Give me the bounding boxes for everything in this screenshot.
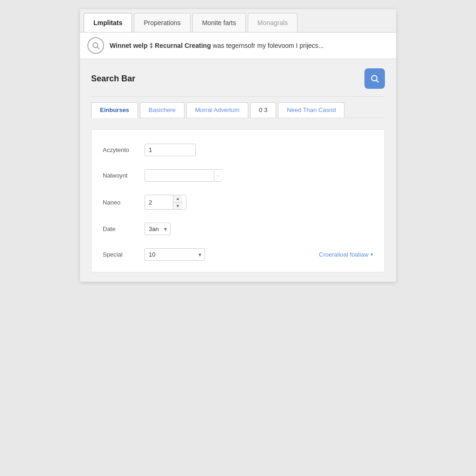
date-label: Date (103, 225, 145, 232)
naneo-label: Naneo (103, 199, 145, 206)
form-bottom-row: Special 10 20 30 50 Croeralioal foaliaw (103, 248, 373, 261)
form-card: Aczytento Nalwoynt - Naneo ▲ ▼ (91, 129, 385, 272)
svg-point-0 (93, 43, 98, 48)
inner-tab-need-than-casnd[interactable]: Need Than Casnd (278, 102, 344, 118)
naneo-spinners: ▲ ▼ (173, 195, 182, 209)
link-action[interactable]: Croeralioal foaliaw (319, 251, 373, 258)
special-select-wrapper: 10 20 30 50 (145, 248, 205, 261)
aczytento-input[interactable] (145, 144, 196, 156)
svg-line-1 (97, 47, 99, 49)
svg-point-2 (371, 75, 377, 81)
inner-tab-basichere[interactable]: Basichere (140, 102, 185, 118)
divider (91, 96, 385, 97)
app-container: Lmplitats Properations Monite farts Mona… (80, 9, 396, 282)
aczytento-field: Aczytento (103, 144, 373, 156)
date-select[interactable]: 3an 4an 5an (145, 223, 171, 235)
search-circle-icon (87, 37, 104, 54)
inner-tab-einburses[interactable]: Einburses (91, 102, 138, 118)
date-select-wrapper: 3an 4an 5an (145, 223, 171, 235)
special-field: Special 10 20 30 50 (103, 248, 205, 261)
top-nav-tab-monite-farts[interactable]: Monite farts (192, 13, 246, 32)
top-nav-tab-monagrals[interactable]: Monagrals (248, 13, 298, 32)
search-row: Winnet welp ‡ Recurnal Creating was tege… (80, 33, 396, 59)
special-select[interactable]: 10 20 30 50 (145, 248, 205, 261)
aczytento-label: Aczytento (103, 146, 145, 153)
search-bar-section: Search Bar (91, 68, 385, 89)
date-field: Date 3an 4an 5an (103, 223, 373, 235)
nalwoynt-field: Nalwoynt - (103, 169, 373, 182)
search-button[interactable] (364, 68, 385, 89)
special-label: Special (103, 251, 145, 258)
top-nav-tab-properations[interactable]: Properations (134, 13, 190, 32)
naneo-field: Naneo ▲ ▼ (103, 195, 373, 210)
inner-tab-badge[interactable]: 0 3 (250, 102, 276, 118)
naneo-increment[interactable]: ▲ (173, 195, 182, 203)
naneo-input[interactable] (145, 197, 173, 208)
search-bar-label: Search Bar (91, 74, 135, 84)
nalwoynt-input[interactable] (145, 169, 214, 182)
naneo-number-input: ▲ ▼ (145, 195, 186, 210)
top-nav: Lmplitats Properations Monite farts Mona… (80, 9, 396, 33)
inner-tab-morral-advertum[interactable]: Morral Advertum (186, 102, 248, 118)
naneo-decrement[interactable]: ▼ (173, 203, 182, 210)
nalwoynt-label: Nalwoynt (103, 172, 145, 179)
search-query-text: Winnet welp ‡ Recurnal Creating was tege… (110, 42, 389, 49)
main-content: Search Bar Einburses Basichere Morral Ad… (80, 59, 396, 282)
svg-line-3 (377, 80, 379, 83)
inner-tabs: Einburses Basichere Morral Advertum 0 3 … (91, 102, 385, 118)
nalwoynt-dash: - (214, 169, 222, 182)
top-nav-tab-lmplitats[interactable]: Lmplitats (84, 13, 132, 32)
